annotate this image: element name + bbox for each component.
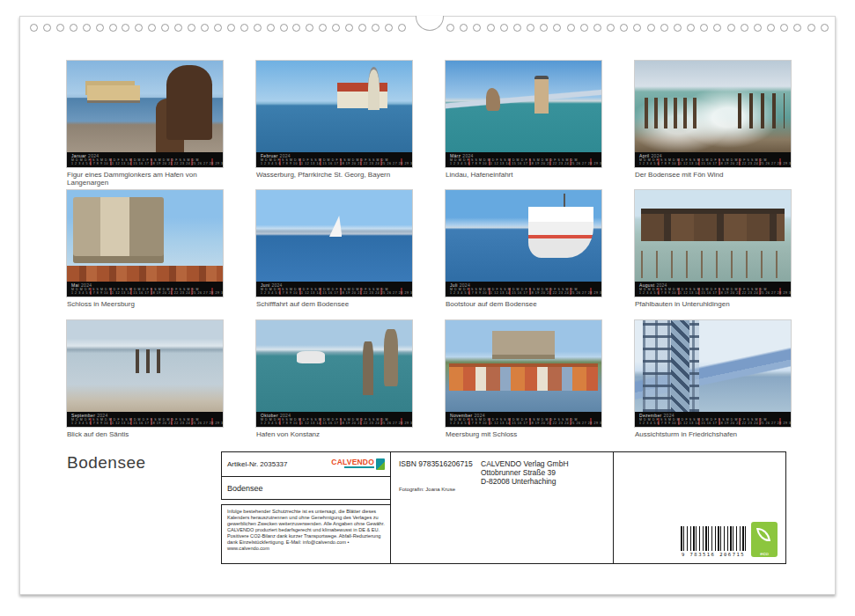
month-caption: Figur eines Dammglonkers am Hafen von La… bbox=[67, 171, 223, 187]
product-title-cell: Bodensee bbox=[221, 476, 391, 500]
legal-text-cell: Infolge bestehender Schutzrechte ist es … bbox=[221, 504, 391, 564]
binding-hole bbox=[240, 24, 248, 32]
calendar-sheet: Januar2024 M D M D F S S M D M D F S S M… bbox=[19, 16, 836, 595]
photo-konstanz-harbour bbox=[256, 320, 412, 412]
month-photo-oktober: Oktober2024 M D M D F S S M D M D F S S … bbox=[256, 320, 412, 427]
binding-hole bbox=[793, 24, 801, 32]
month-cell-mai: Mai2024 M D M D F S S M D M D F S S M D … bbox=[67, 190, 223, 308]
binding-hole bbox=[267, 24, 275, 32]
mini-calendar-days: 1 2 3 4 5 6 7 8 9 10 11 12 13 14 15 16 1… bbox=[639, 291, 786, 295]
mini-calendar-bar: Mai2024 M D M D F S S M D M D F S S M D … bbox=[67, 282, 223, 297]
month-cell-september: September2024 M D M D F S S M D M D F S … bbox=[67, 320, 223, 438]
mini-calendar-days: 1 2 3 4 5 6 7 8 9 10 11 12 13 14 15 16 1… bbox=[639, 162, 786, 165]
month-photo-september: September2024 M D M D F S S M D M D F S … bbox=[67, 320, 223, 427]
binding-holes-right bbox=[446, 24, 829, 32]
binding-hole bbox=[122, 24, 129, 32]
mini-calendar-days: 1 2 3 4 5 6 7 8 9 10 11 12 13 14 15 16 1… bbox=[71, 422, 218, 425]
mini-calendar-bar: September2024 M D M D F S S M D M D F S … bbox=[67, 412, 223, 427]
barcode-digits: 9 783516 206715 bbox=[681, 552, 746, 557]
mini-calendar-bar: Juni2024 M D M D F S S M D M D F S S M D… bbox=[256, 282, 412, 297]
info-column-middle: ISBN 9783516206715 CALVENDO Verlag GmbH … bbox=[390, 451, 614, 564]
mini-calendar-days: 1 2 3 4 5 6 7 8 9 10 11 12 13 14 15 16 1… bbox=[450, 291, 597, 295]
binding-hole bbox=[201, 24, 209, 32]
binding-hole bbox=[754, 24, 762, 32]
binding-hole bbox=[319, 24, 327, 32]
month-cell-februar: Februar2024 M D M D F S S M D M D F S S … bbox=[256, 61, 412, 179]
month-photo-august: August2024 M D M D F S S M D M D F S S M… bbox=[635, 190, 791, 297]
mini-calendar-days: 1 2 3 4 5 6 7 8 9 10 11 12 13 14 15 16 1… bbox=[261, 422, 408, 425]
mini-calendar-days: 1 2 3 4 5 6 7 8 9 10 11 12 13 14 15 16 1… bbox=[71, 291, 218, 295]
binding-hole bbox=[109, 24, 117, 32]
mini-calendar-bar: Dezember2024 M D M D F S S M D M D F S S… bbox=[635, 412, 791, 427]
ean-barcode: 9 783516 206715 bbox=[681, 526, 746, 557]
mini-calendar-bar: August2024 M D M D F S S M D M D F S S M… bbox=[635, 282, 791, 297]
month-caption: Hafen von Konstanz bbox=[256, 430, 412, 438]
photo-meersburg-castle bbox=[67, 190, 223, 282]
binding-hole bbox=[593, 24, 601, 32]
month-photo-dezember: Dezember2024 M D M D F S S M D M D F S S… bbox=[635, 320, 791, 427]
binding-hole bbox=[500, 24, 508, 32]
mini-calendar-days: 1 2 3 4 5 6 7 8 9 10 11 12 13 14 15 16 1… bbox=[261, 162, 408, 165]
month-cell-dezember: Dezember2024 M D M D F S S M D M D F S S… bbox=[635, 320, 791, 438]
month-caption: Lindau, Hafeneinfahrt bbox=[446, 171, 601, 179]
binding-hole bbox=[527, 24, 534, 32]
binding-hole bbox=[43, 24, 51, 32]
mini-calendar-days: 1 2 3 4 5 6 7 8 9 10 11 12 13 14 15 16 1… bbox=[639, 422, 786, 425]
binding-hole bbox=[292, 24, 300, 32]
publisher-line: CALVENDO Verlag GmbH bbox=[481, 459, 569, 468]
binding-hole bbox=[700, 24, 708, 32]
article-number: Artikel-Nr. 2035337 bbox=[227, 460, 287, 468]
month-photo-januar: Januar2024 M D M D F S S M D M D F S S M… bbox=[67, 61, 223, 167]
mini-calendar-bar: April2024 M D M D F S S M D M D F S S M … bbox=[635, 152, 791, 167]
binding-hole bbox=[647, 24, 655, 32]
calvendo-tagline bbox=[344, 466, 374, 468]
binding-hole bbox=[620, 24, 628, 32]
month-photo-juli: Juli2024 M D M D F S S M D M D F S S M D… bbox=[446, 190, 601, 297]
mini-calendar-days: 1 2 3 4 5 6 7 8 9 10 11 12 13 14 15 16 1… bbox=[261, 291, 408, 295]
month-photo-april: April2024 M D M D F S S M D M D F S S M … bbox=[635, 61, 791, 167]
binding-hole bbox=[713, 24, 721, 32]
binding-hole bbox=[487, 24, 495, 32]
binding-hole bbox=[821, 24, 829, 32]
month-cell-maerz: März2024 M D M D F S S M D M D F S S M D… bbox=[446, 61, 601, 179]
binding-hole bbox=[372, 24, 380, 32]
month-cell-august: August2024 M D M D F S S M D M D F S S M… bbox=[635, 190, 791, 308]
month-cell-januar: Januar2024 M D M D F S S M D M D F S S M… bbox=[67, 61, 223, 187]
month-caption: Blick auf den Säntis bbox=[67, 430, 223, 438]
month-photo-maerz: März2024 M D M D F S S M D M D F S S M D… bbox=[446, 61, 601, 167]
binding-hole bbox=[345, 24, 353, 32]
binding-hole bbox=[633, 24, 641, 32]
photo-wasserburg-church bbox=[256, 61, 412, 152]
binding-hole bbox=[148, 24, 156, 32]
binding-holes-left bbox=[30, 24, 406, 32]
binding-hole bbox=[727, 24, 735, 32]
binding-hole bbox=[687, 24, 695, 32]
article-number-cell: Artikel-Nr. 2035337 CALVENDO bbox=[221, 451, 391, 477]
eco-label: eco bbox=[751, 551, 778, 556]
month-caption: Schloss in Meersburg bbox=[67, 300, 223, 308]
photographer-credit: Fotografin: Joana Kruse bbox=[399, 487, 455, 492]
info-column-right: 9 783516 206715 eco bbox=[613, 451, 786, 564]
binding-hole bbox=[56, 24, 64, 32]
mini-calendar-bar: Januar2024 M D M D F S S M D M D F S S M… bbox=[67, 152, 223, 167]
calendar-back-page: Januar2024 M D M D F S S M D M D F S S M… bbox=[0, 0, 855, 616]
binding-hole bbox=[807, 24, 815, 32]
info-column-left: Artikel-Nr. 2035337 CALVENDO Bodensee In… bbox=[221, 451, 391, 564]
month-photo-mai: Mai2024 M D M D F S S M D M D F S S M D … bbox=[67, 190, 223, 297]
binding-hole bbox=[214, 24, 222, 32]
binding-hole bbox=[306, 24, 313, 32]
mini-calendar-days: 1 2 3 4 5 6 7 8 9 10 11 12 13 14 15 16 1… bbox=[450, 162, 597, 165]
mini-calendar-bar: Februar2024 M D M D F S S M D M D F S S … bbox=[256, 152, 412, 167]
binding-hole bbox=[446, 24, 454, 32]
leaf-icon bbox=[756, 526, 770, 543]
binding-hole bbox=[607, 24, 615, 32]
month-caption: Wasserburg, Pfarrkirche St. Georg, Bayer… bbox=[256, 171, 412, 179]
binding-hole bbox=[358, 24, 366, 32]
product-info-table: Artikel-Nr. 2035337 CALVENDO Bodensee In… bbox=[221, 451, 787, 564]
mini-calendar-bar: Oktober2024 M D M D F S S M D M D F S S … bbox=[256, 412, 412, 427]
month-caption: Schifffahrt auf dem Bodensee bbox=[256, 300, 412, 308]
month-photo-juni: Juni2024 M D M D F S S M D M D F S S M D… bbox=[256, 190, 412, 297]
binding-hole bbox=[385, 24, 393, 32]
binding-hole bbox=[780, 24, 788, 32]
mini-calendar-bar: Juli2024 M D M D F S S M D M D F S S M D… bbox=[446, 282, 601, 297]
